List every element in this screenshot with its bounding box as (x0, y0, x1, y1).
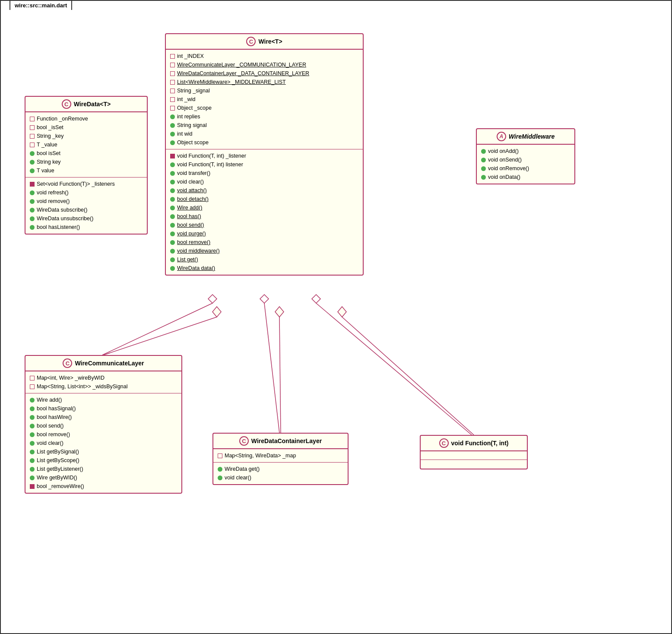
circle-icon (218, 467, 222, 472)
wcl-method-getbylistener: List getByListener() (30, 465, 177, 473)
circle-icon (170, 132, 175, 136)
circle-icon (170, 123, 175, 128)
voidfunction-stereotype: C (439, 438, 449, 448)
circle-icon (481, 158, 486, 162)
square-icon (30, 125, 35, 130)
circle-icon (170, 257, 175, 262)
circle-icon (170, 171, 175, 176)
method-has: bool has() (170, 212, 358, 221)
square-icon (30, 143, 35, 147)
method-listener-priv: void Function(T, int) _listener (170, 152, 358, 160)
wiredata-classname: WireData<T> (74, 101, 111, 108)
wiredata-class: C WireData<T> Function _onRemove bool _i… (25, 96, 148, 235)
square-icon (30, 376, 35, 380)
svg-line-11 (342, 317, 474, 435)
wd-field-value-pub: T value (30, 166, 143, 175)
wiredatacontainerlayer-classname: WireDataContainerLayer (251, 437, 322, 444)
wirecommlayer-fields: Map<int, Wire> _wireByWID Map<String, Li… (25, 371, 181, 393)
voidfunction-empty1 (421, 451, 527, 460)
field-int-index: int _INDEX (170, 52, 358, 60)
wd-method-listeners: Set<void Function(T)> _listeners (30, 180, 143, 188)
svg-line-4 (316, 303, 472, 435)
circle-icon (170, 180, 175, 184)
wdcl-field-map: Map<String, WireData> _map (218, 451, 343, 460)
circle-icon (481, 149, 486, 154)
svg-marker-1 (208, 295, 217, 303)
circle-icon (170, 231, 175, 236)
wcl-method-removewire: bool _removeWire() (30, 482, 177, 491)
circle-icon (170, 162, 175, 167)
field-comm-layer: WireCommunicateLayer _COMMUNICATION_LAYE… (170, 60, 358, 69)
wiremiddleware-stereotype: A (497, 132, 506, 141)
circle-icon (30, 208, 35, 212)
square-icon (30, 117, 35, 121)
wiredatacontainerlayer-fields: Map<String, WireData> _map (213, 449, 348, 463)
svg-line-7 (104, 317, 217, 355)
wcl-field-wirebywid: Map<int, Wire> _wireByWID (30, 374, 177, 382)
wd-field-key-pub: String key (30, 158, 143, 166)
svg-line-0 (102, 303, 212, 355)
method-send: bool send() (170, 221, 358, 229)
wiremiddleware-methods: void onAdd() void onSend() void onRemove… (477, 145, 574, 184)
wiredatacontainerlayer-stereotype: C (239, 436, 249, 446)
wcl-method-clear: void clear() (30, 439, 177, 447)
method-purge: void purge() (170, 229, 358, 238)
voidfunction-header: C void Function(T, int) (421, 436, 527, 451)
circle-icon (170, 114, 175, 119)
wd-field-isset-pub: bool isSet (30, 149, 143, 158)
voidfunction-class: C void Function(T, int) (420, 435, 528, 469)
square-icon (30, 384, 35, 389)
field-signal-pub: String signal (170, 121, 358, 130)
square-icon (30, 134, 35, 139)
wd-field-value: T _value (30, 140, 143, 149)
circle-icon (30, 160, 35, 165)
wdcl-method-get: WireData get() (218, 465, 343, 473)
circle-icon (30, 415, 35, 420)
square-icon (170, 71, 175, 76)
wire-fields: int _INDEX WireCommunicateLayer _COMMUNI… (166, 50, 363, 149)
wcl-method-hassignal: bool hasSignal() (30, 404, 177, 413)
wd-field-key: String _key (30, 132, 143, 140)
wm-method-onremove: void onRemove() (481, 164, 570, 173)
wd-field-isset: bool _isSet (30, 123, 143, 132)
square-icon (170, 54, 175, 59)
svg-line-9 (279, 317, 281, 433)
voidfunction-classname: void Function(T, int) (451, 440, 509, 447)
circle-icon (481, 166, 486, 171)
circle-icon (170, 249, 175, 254)
method-listener-pub: void Function(T, int) listener (170, 160, 358, 169)
circle-icon (30, 151, 35, 156)
svg-line-2 (264, 303, 279, 433)
field-data-container-layer: WireDataContainerLayer _DATA_CONTAINER_L… (170, 69, 358, 78)
wd-method-haslistener: bool hasListener() (30, 223, 143, 231)
wcl-field-widsbysignal: Map<String, List<int>> _widsBySignal (30, 382, 177, 391)
wiremiddleware-header: A WireMiddleware (477, 129, 574, 145)
wiredata-stereotype: C (62, 99, 71, 109)
wcl-method-getbysignal: List getBySignal() (30, 447, 177, 456)
wm-method-onadd: void onAdd() (481, 147, 570, 155)
wiredatacontainerlayer-class: C WireDataContainerLayer Map<String, Wir… (212, 433, 349, 485)
circle-icon (170, 197, 175, 202)
field-middleware-list: List<WireMiddleware> _MIDDLEWARE_LIST (170, 78, 358, 86)
svg-marker-6 (212, 307, 221, 317)
method-data: WireData data() (170, 264, 358, 273)
circle-icon (30, 406, 35, 411)
voidfunction-empty2 (421, 460, 527, 469)
method-get: List get() (170, 255, 358, 264)
wm-method-ondata: void onData() (481, 173, 570, 181)
svg-marker-5 (312, 295, 320, 303)
circle-icon (30, 225, 35, 230)
wiredatacontainerlayer-methods: WireData get() void clear() (213, 463, 348, 484)
circle-icon (30, 476, 35, 480)
field-replies: int replies (170, 112, 358, 121)
method-middleware: void middleware() (170, 247, 358, 255)
wcl-method-getbywid: Wire getByWID() (30, 473, 177, 482)
field-wid-pub: int wid (170, 130, 358, 138)
wiremiddleware-classname: WireMiddleware (509, 133, 555, 140)
wire-classname: Wire<T> (258, 38, 282, 45)
wcl-method-haswire: bool hasWire() (30, 413, 177, 422)
field-scope: Object _scope (170, 104, 358, 112)
square-icon (170, 106, 175, 111)
wirecommlayer-classname: WireCommunicateLayer (75, 360, 144, 367)
square-icon (170, 63, 175, 67)
